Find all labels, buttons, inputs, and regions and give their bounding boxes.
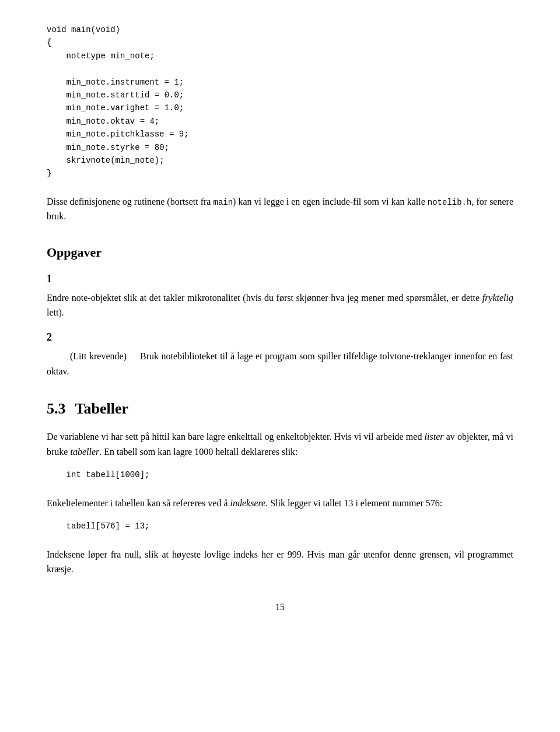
- lister-italic: lister: [425, 432, 444, 442]
- inline-code-notelib: notelib.h: [428, 198, 472, 207]
- task-2-indent: (Litt krevende): [70, 351, 127, 361]
- page-number: 15: [47, 600, 513, 614]
- code-line-tabell-decl: int tabell[1000];: [47, 470, 149, 479]
- task-1-number: 1: [47, 271, 513, 287]
- indeksere-italic: indeksere: [230, 498, 266, 508]
- code-block-2: int tabell[1000];: [47, 468, 513, 481]
- task-1-italic: fryktelig: [482, 293, 513, 303]
- task-2-number: 2: [47, 330, 513, 345]
- task-2-text: (Litt krevende) Bruk notebiblioteket til…: [47, 349, 513, 379]
- code-block-3: tabell[576] = 13;: [47, 520, 513, 533]
- inline-code-main: main: [213, 198, 233, 207]
- tabeller-italic: tabeller: [70, 447, 99, 457]
- code-block-1: void main(void) { notetype min_note; min…: [47, 23, 513, 180]
- section-prose-3: Indeksene løper fra null, slik at høyest…: [47, 547, 513, 577]
- prose-paragraph-1: Disse definisjonene og rutinene (bortset…: [47, 194, 513, 224]
- section-heading-row: 5.3 Tabeller: [47, 397, 513, 420]
- code-line-tabell-assign: tabell[576] = 13;: [47, 521, 149, 531]
- section-prose-1: De variablene vi har sett på hittil kan …: [47, 429, 513, 459]
- section-title: Tabeller: [75, 397, 128, 420]
- section-number: 5.3: [47, 397, 66, 420]
- task-1-text: Endre note-objektet slik at det takler m…: [47, 290, 513, 320]
- code-line: void main(void) { notetype min_note; min…: [47, 25, 189, 178]
- oppgaver-heading: Oppgaver: [47, 243, 513, 262]
- section-prose-2: Enkeltelementer i tabellen kan så refere…: [47, 496, 513, 511]
